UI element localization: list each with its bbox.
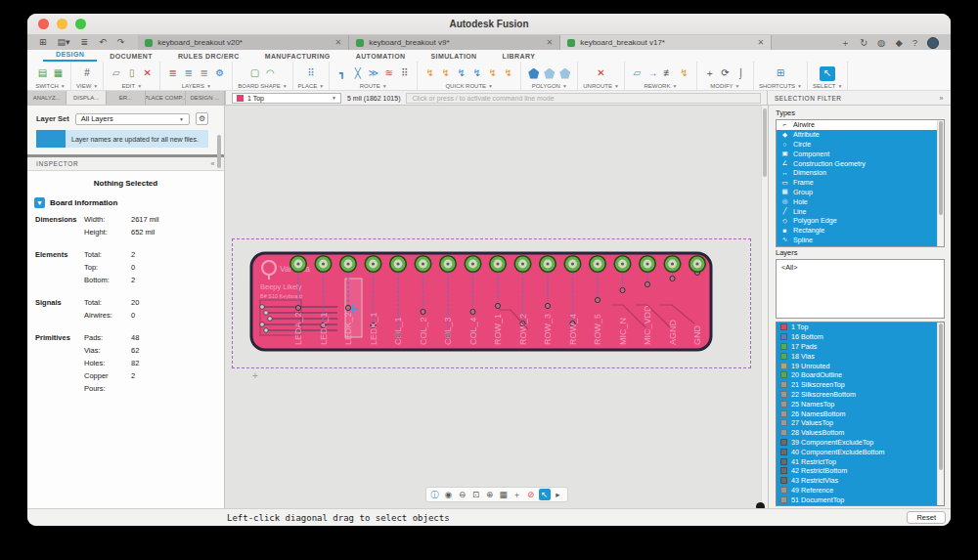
extensions-icon[interactable]: ◍ (877, 38, 885, 48)
chevron-down-icon[interactable]: ▼ (382, 83, 387, 89)
panel-tab-design[interactable]: DESIGN ... (186, 91, 225, 105)
select-icon[interactable]: ↖ (820, 66, 835, 81)
type-item-spline[interactable]: ∿Spline (777, 236, 944, 245)
layer-item-27[interactable]: 27 ValuesTop (777, 418, 944, 428)
chevron-down-icon[interactable]: ▼ (614, 83, 619, 89)
route-manual-icon[interactable]: ┓ (334, 66, 349, 81)
pointer-menu-icon[interactable]: ▸ (553, 489, 564, 500)
info-icon[interactable]: ⓘ (429, 489, 441, 500)
layers-all-item[interactable]: <All> (781, 263, 797, 272)
save-icon[interactable]: ≣ (81, 38, 89, 47)
via-stack-icon[interactable]: ≋ (381, 66, 396, 81)
collapse-icon[interactable]: « (211, 160, 216, 167)
chevron-down-icon[interactable]: ▼ (797, 83, 802, 89)
layer-item-40[interactable]: 40 ComponentExcludeBottom (777, 447, 944, 456)
board-outline-icon[interactable]: ▢ (247, 66, 262, 81)
select-mode-icon[interactable]: ↖ (539, 489, 551, 500)
expand-icon[interactable]: » (940, 95, 944, 102)
document-tab-3[interactable]: keyboard_breakout v17*✕ (560, 35, 772, 50)
zoom-out-icon[interactable]: ⊖ (457, 489, 468, 500)
pcb-board[interactable]: VarOft.aBeepy LikelyB# S10 KeyboardLEDA_… (249, 251, 713, 352)
job-status-icon[interactable]: ↻ (860, 38, 867, 48)
close-tab-icon[interactable]: ✕ (335, 38, 342, 47)
layer-item-22[interactable]: 22 SilkscreenBottom (777, 390, 944, 400)
layer-stack-blue-icon[interactable]: ≣ (181, 66, 196, 81)
layers-scrollbar[interactable] (937, 323, 944, 505)
layer-set-dropdown[interactable]: All Layers ▼ (75, 113, 190, 125)
crosshair-icon[interactable]: ＋ (511, 489, 523, 500)
gear-icon[interactable]: ⚙ (196, 112, 208, 125)
visibility-icon[interactable]: ◉ (443, 489, 455, 500)
menu-rules-drc-erc[interactable]: RULES DRC/ERC (165, 53, 252, 62)
type-item-dimension[interactable]: ↔Dimension (777, 168, 944, 178)
polygon-outline-icon[interactable] (542, 66, 556, 81)
canvas-scrollbar[interactable] (761, 106, 768, 508)
route-fanout-icon[interactable]: ≫ (366, 66, 380, 81)
notifications-icon[interactable]: ◆ (895, 38, 902, 48)
rework-arrow-icon[interactable]: → (645, 66, 660, 81)
chevron-down-icon[interactable]: ▼ (206, 83, 211, 89)
route-dots-icon[interactable]: ⠿ (397, 66, 412, 81)
chevron-down-icon[interactable]: ▼ (319, 83, 324, 89)
polygon-pour-icon[interactable] (526, 66, 541, 81)
command-line-input[interactable]: Click or press / to activate command lin… (406, 93, 761, 104)
type-item-line[interactable]: ╱Line (777, 206, 944, 216)
shortcuts-icon[interactable]: ⊞ (773, 66, 787, 81)
rework-polygon-icon[interactable]: ▱ (630, 66, 645, 81)
menu-simulation[interactable]: SIMULATION (419, 53, 490, 62)
layer-item-41[interactable]: 41 RestrictTop (777, 456, 944, 466)
chevron-down-icon[interactable]: ▼ (735, 83, 740, 89)
avatar[interactable] (927, 37, 939, 49)
layer-item-39[interactable]: 39 ComponentExcludeTop (777, 438, 944, 448)
layer-item-20[interactable]: 20 BoardOutline (777, 370, 944, 380)
layer-item-25[interactable]: 25 NamesTop (777, 399, 944, 409)
quick-route-bus-icon[interactable]: ↯ (454, 66, 468, 81)
stop-icon[interactable]: ⊘ (525, 489, 537, 500)
layer-stack-gray-icon[interactable]: ≣ (197, 66, 211, 81)
layer-item-52[interactable]: 52 DocumentBottom (777, 504, 944, 506)
type-item-text[interactable]: TText (777, 244, 944, 247)
switch-board-icon[interactable]: ▦ (51, 66, 66, 81)
type-item-hole[interactable]: ◎Hole (777, 196, 944, 206)
types-scrollbar[interactable] (937, 120, 944, 246)
unroute-icon[interactable]: ✕ (594, 66, 608, 81)
view-grid-icon[interactable]: # (80, 66, 95, 81)
reset-button[interactable]: Reset (907, 511, 946, 524)
panel-tab-analyz[interactable]: ANALYZ... (27, 91, 67, 105)
type-item-rectangle[interactable]: ■Rectangle (777, 226, 944, 236)
switch-schematic-icon[interactable]: ▤ (35, 66, 50, 81)
grid-icon[interactable]: ▦ (498, 489, 510, 500)
layer-item-49[interactable]: 49 Reference (777, 486, 944, 495)
chevron-down-icon[interactable]: ▼ (488, 83, 493, 89)
document-tab-1[interactable]: keyboard_breakout v20*✕ (138, 35, 349, 50)
new-tab-icon[interactable]: ＋ (841, 38, 851, 48)
close-tab-icon[interactable]: ✕ (547, 38, 554, 47)
menu-automation[interactable]: AUTOMATION (343, 53, 419, 62)
delete-icon[interactable]: ✕ (140, 66, 155, 81)
rework-route-icon[interactable]: ↯ (677, 66, 691, 81)
quick-route-multi-icon[interactable]: ↯ (501, 66, 515, 81)
type-item-attribute[interactable]: ◆Attribute (777, 130, 944, 140)
zoom-fit-icon[interactable]: ⊕ (484, 489, 496, 500)
layer-item-18[interactable]: 18 Vias (777, 351, 944, 361)
chevron-down-icon[interactable]: ▼ (137, 83, 142, 89)
copy-icon[interactable]: ▱ (109, 66, 123, 81)
layer-item-21[interactable]: 21 SilkscreenTop (777, 380, 944, 390)
chevron-down-icon[interactable]: ▼ (283, 83, 288, 89)
chevron-down-icon[interactable]: ▼ (93, 83, 98, 89)
board-information-header[interactable]: ▼ Board Information (27, 194, 224, 213)
polygon-cutout-icon[interactable] (557, 66, 572, 81)
rework-lines-icon[interactable]: ≢ (661, 66, 676, 81)
type-item-group[interactable]: ▦Group (777, 188, 944, 197)
active-layer-dropdown[interactable]: 1 Top ▼ (232, 93, 341, 104)
move-icon[interactable]: ＋ (702, 66, 717, 81)
pcb-canvas[interactable]: VarOft.aBeepy LikelyB# S10 KeyboardLEDA_… (225, 106, 768, 508)
menu-document[interactable]: DOCUMENT (97, 53, 165, 62)
place-component-icon[interactable]: ⠿ (303, 66, 318, 81)
layer-item-42[interactable]: 42 RestrictBottom (777, 466, 944, 476)
panel-tab-placecomp[interactable]: PLACE COMP... (146, 91, 185, 105)
document-tab-2[interactable]: keyboard_breakout v9*✕ (349, 35, 560, 50)
quick-route-corner-icon[interactable]: ↯ (438, 66, 453, 81)
chevron-down-icon[interactable]: ▼ (34, 197, 45, 208)
left-panel-scrollbar[interactable] (217, 135, 221, 168)
